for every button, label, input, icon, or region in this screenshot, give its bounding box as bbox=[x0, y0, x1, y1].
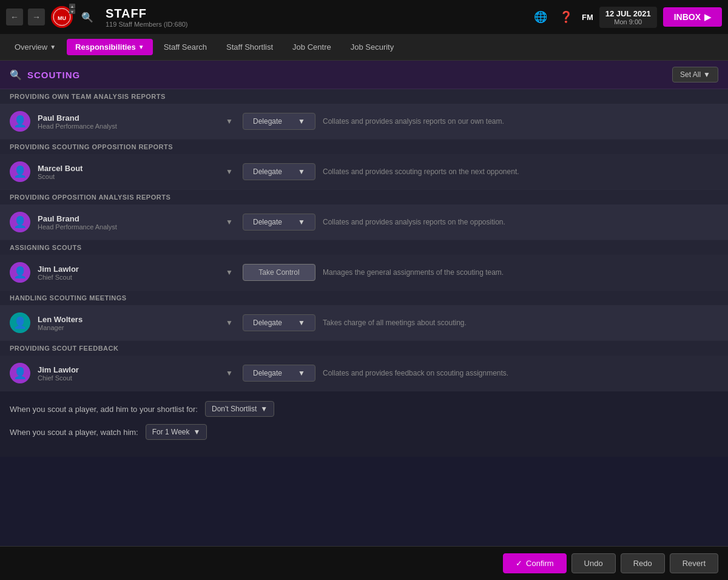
staff-name-4: Jim Lawlor bbox=[38, 265, 220, 274]
avatar-paul-brand-1: 👤 bbox=[10, 111, 30, 132]
redo-label: Redo bbox=[633, 559, 652, 568]
responsibility-scouting-opposition: PROVIDING SCOUTING OPPOSITION REPORTS 👤 … bbox=[0, 140, 728, 190]
tab-overview[interactable]: Overview ▼ bbox=[6, 39, 64, 55]
revert-label: Revert bbox=[682, 559, 706, 568]
responsibility-row-opp-analysis: 👤 Paul Brand Head Performance Analyst ▼ … bbox=[0, 204, 728, 240]
staff-dropdown-arrow-2[interactable]: ▼ bbox=[223, 166, 235, 177]
datetime-time: Mon 9:00 bbox=[605, 18, 651, 25]
description-5: Takes charge of all meetings about scout… bbox=[323, 319, 718, 327]
avatar-jim-lawlor-1: 👤 bbox=[10, 262, 30, 283]
responsibility-label-feedback: PROVIDING SCOUT FEEDBACK bbox=[0, 341, 728, 356]
action-chevron-5: ▼ bbox=[298, 319, 305, 327]
search-button[interactable]: 🔍 bbox=[79, 9, 96, 25]
staff-name-2: Marcel Bout bbox=[38, 164, 220, 173]
staff-info-paul-brand-2: Paul Brand Head Performance Analyst bbox=[38, 214, 220, 231]
responsibility-row-feedback: 👤 Jim Lawlor Chief Scout ▼ Delegate ▼ Co… bbox=[0, 356, 728, 391]
chevron-down-icon: ▼ bbox=[50, 44, 56, 50]
top-bar-right: 🌐 ❓ FM 12 JUL 2021 Mon 9:00 INBOX ▶ bbox=[531, 7, 722, 28]
tab-responsibilities-label: Responsibilities bbox=[75, 42, 136, 52]
inbox-button[interactable]: INBOX ▶ bbox=[663, 7, 722, 27]
staff-role-2: Scout bbox=[38, 173, 220, 180]
shortlist-pref-dropdown[interactable]: Don't Shortlist ▼ bbox=[205, 401, 274, 417]
staff-dropdown-arrow-5[interactable]: ▼ bbox=[223, 317, 235, 328]
staff-info-len-wolters: Len Wolters Manager bbox=[38, 315, 220, 331]
responsibility-row-meetings: 👤 Len Wolters Manager ▼ Delegate ▼ Takes… bbox=[0, 305, 728, 340]
watch-pref-row: When you scout a player, watch him: For … bbox=[10, 424, 718, 440]
set-all-label: Set All bbox=[680, 70, 701, 79]
person-icon-2: 👤 bbox=[13, 165, 27, 178]
staff-role-4: Chief Scout bbox=[38, 274, 220, 281]
action-chevron-6: ▼ bbox=[298, 369, 305, 377]
person-icon-3: 👤 bbox=[13, 215, 27, 229]
fm-badge: FM bbox=[582, 13, 593, 22]
watch-pref-value: For 1 Week bbox=[152, 428, 190, 436]
responsibility-opposition-analysis: PROVIDING OPPOSITION ANALYSIS REPORTS 👤 … bbox=[0, 190, 728, 240]
responsibility-label-meetings: HANDLING SCOUTING MEETINGS bbox=[0, 291, 728, 305]
action-btn-delegate-5[interactable]: Delegate ▼ bbox=[243, 314, 315, 331]
undo-button[interactable]: Undo bbox=[571, 553, 616, 573]
top-bar: ← → MU ▲ ▼ 🔍 STAFF 119 Staff Members (ID… bbox=[0, 0, 728, 34]
inbox-label: INBOX bbox=[674, 12, 701, 22]
avatar-len-wolters: 👤 bbox=[10, 312, 30, 333]
description-6: Collates and provides feedback on scouti… bbox=[323, 369, 718, 377]
avatar-paul-brand-2: 👤 bbox=[10, 212, 30, 232]
staff-dropdown-arrow-4[interactable]: ▼ bbox=[223, 267, 235, 278]
action-btn-delegate-3[interactable]: Delegate ▼ bbox=[243, 214, 315, 231]
watch-pref-label: When you scout a player, watch him: bbox=[10, 428, 138, 437]
confirm-check-icon: ✓ bbox=[516, 559, 522, 568]
responsibility-scout-feedback: PROVIDING SCOUT FEEDBACK 👤 Jim Lawlor Ch… bbox=[0, 341, 728, 391]
scouting-section-header: 🔍 SCOUTING Set All ▼ bbox=[0, 61, 728, 89]
staff-name-1: Paul Brand bbox=[38, 113, 220, 123]
action-btn-take-control[interactable]: Take Control bbox=[243, 264, 315, 281]
tab-staff-search-label: Staff Search bbox=[164, 42, 207, 52]
undo-label: Undo bbox=[584, 559, 603, 568]
staff-info-paul-brand-1: Paul Brand Head Performance Analyst bbox=[38, 113, 220, 130]
tab-overview-label: Overview bbox=[15, 42, 47, 52]
responsibility-own-team-analysis: PROVIDING OWN TEAM ANALYSIS REPORTS 👤 Pa… bbox=[0, 89, 728, 140]
staff-info-jim-lawlor-2: Jim Lawlor Chief Scout bbox=[38, 365, 220, 382]
action-chevron-1: ▼ bbox=[298, 117, 305, 126]
responsibility-row-assigning: 👤 Jim Lawlor Chief Scout ▼ Take Control … bbox=[0, 255, 728, 290]
person-icon-4: 👤 bbox=[13, 266, 27, 279]
redo-button[interactable]: Redo bbox=[621, 553, 665, 573]
responsibility-assigning-scouts: ASSIGNING SCOUTS 👤 Jim Lawlor Chief Scou… bbox=[0, 240, 728, 291]
staff-dropdown-arrow-6[interactable]: ▼ bbox=[223, 368, 235, 379]
tab-staff-search[interactable]: Staff Search bbox=[155, 39, 215, 55]
tab-staff-shortlist-label: Staff Shortlist bbox=[226, 42, 273, 52]
action-btn-delegate-2[interactable]: Delegate ▼ bbox=[243, 163, 315, 180]
tab-job-centre-label: Job Centre bbox=[292, 42, 331, 52]
staff-role-3: Head Performance Analyst bbox=[38, 223, 220, 231]
page-title-block: STAFF 119 Staff Members (ID:680) bbox=[106, 7, 188, 28]
staff-dropdown-arrow-1[interactable]: ▼ bbox=[223, 116, 235, 127]
action-label-2: Delegate bbox=[253, 167, 282, 176]
staff-role-6: Chief Scout bbox=[38, 374, 220, 382]
tab-staff-shortlist[interactable]: Staff Shortlist bbox=[218, 39, 281, 55]
main-content: 🔍 SCOUTING Set All ▼ PROVIDING OWN TEAM … bbox=[0, 61, 728, 457]
tab-job-centre[interactable]: Job Centre bbox=[284, 39, 340, 55]
action-label-3: Delegate bbox=[253, 218, 282, 226]
help-icon-btn[interactable]: ❓ bbox=[556, 7, 576, 27]
action-btn-delegate-1[interactable]: Delegate ▼ bbox=[243, 113, 315, 130]
datetime-block: 12 JUL 2021 Mon 9:00 bbox=[599, 7, 657, 28]
staff-selector-4: Jim Lawlor Chief Scout ▼ bbox=[38, 265, 235, 281]
scouting-section-title: 🔍 SCOUTING bbox=[10, 69, 80, 81]
revert-button[interactable]: Revert bbox=[670, 553, 718, 573]
responsibility-label-own-team: PROVIDING OWN TEAM ANALYSIS REPORTS bbox=[0, 89, 728, 104]
watch-pref-dropdown[interactable]: For 1 Week ▼ bbox=[146, 424, 207, 440]
avatar-jim-lawlor-2: 👤 bbox=[10, 363, 30, 383]
back-button[interactable]: ← bbox=[6, 8, 23, 25]
confirm-button[interactable]: ✓ Confirm bbox=[503, 553, 567, 573]
shortlist-pref-value: Don't Shortlist bbox=[212, 405, 257, 413]
responsibility-label-scouting-opp: PROVIDING SCOUTING OPPOSITION REPORTS bbox=[0, 140, 728, 154]
tab-job-security[interactable]: Job Security bbox=[342, 39, 403, 55]
set-all-button[interactable]: Set All ▼ bbox=[672, 67, 718, 83]
forward-button[interactable]: → bbox=[28, 8, 45, 25]
staff-dropdown-arrow-3[interactable]: ▼ bbox=[223, 217, 235, 228]
action-btn-delegate-6[interactable]: Delegate ▼ bbox=[243, 365, 315, 382]
responsibility-row-own-team: 👤 Paul Brand Head Performance Analyst ▼ … bbox=[0, 104, 728, 139]
scouting-icon: 🔍 bbox=[10, 69, 22, 81]
responsibility-label-opp-analysis: PROVIDING OPPOSITION ANALYSIS REPORTS bbox=[0, 190, 728, 204]
tab-responsibilities[interactable]: Responsibilities ▼ bbox=[67, 39, 153, 55]
club-logo: MU ▲ ▼ bbox=[50, 5, 74, 29]
globe-icon-btn[interactable]: 🌐 bbox=[531, 7, 550, 27]
